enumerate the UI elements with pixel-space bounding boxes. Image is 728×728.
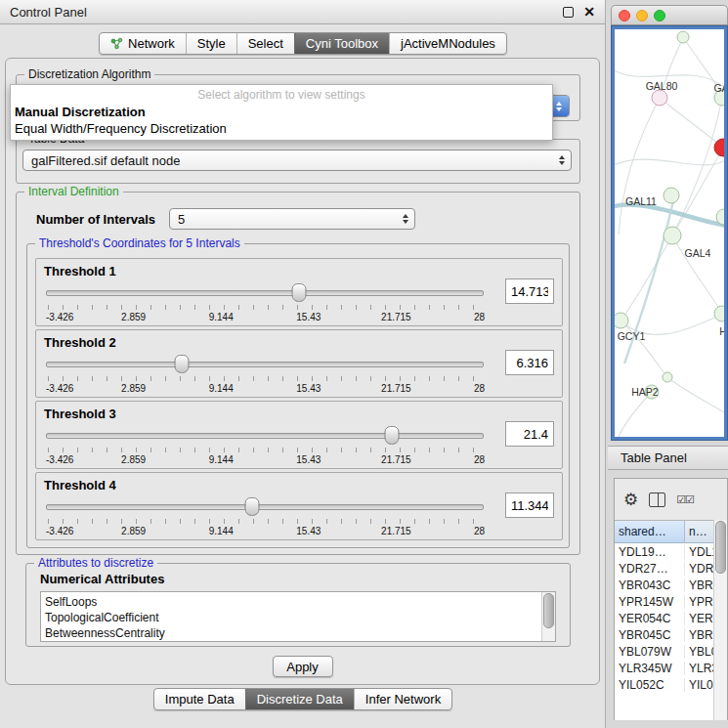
control-panel-titlebar[interactable]: Control Panel ✕ <box>0 0 605 24</box>
scale-label: 21.715 <box>381 312 411 322</box>
scale-label: 2.859 <box>121 526 146 536</box>
columns-glyph <box>649 492 665 507</box>
list-item[interactable]: SelfLoops <box>45 594 539 610</box>
tab-infer-network[interactable]: Infer Network <box>354 689 451 709</box>
slider-thumb[interactable] <box>384 426 399 445</box>
network-canvas[interactable]: GAL80GAGAL11GAL4GCY1HHAP2 <box>615 29 724 437</box>
node-label[interactable]: GAL80 <box>646 80 678 92</box>
threshold-4-slider[interactable]: -3.4262.8599.14415.4321.71528 <box>46 496 484 537</box>
scale-label: 28 <box>474 526 485 536</box>
table-scrollbar[interactable] <box>713 520 727 720</box>
slider-track[interactable] <box>46 433 484 439</box>
dropdown-option-manual-discretization[interactable]: Manual Discretization <box>11 104 552 120</box>
scale-label: 9.144 <box>209 454 234 465</box>
tab-impute-data[interactable]: Impute Data <box>154 689 245 709</box>
slider-track[interactable] <box>46 362 484 367</box>
slider-track[interactable] <box>46 504 484 510</box>
dropdown-option-equal-width-frequency[interactable]: Equal Width/Frequency Discretization <box>11 120 552 137</box>
close-traffic-light-icon[interactable] <box>619 10 630 21</box>
scale-label: -3.426 <box>46 454 73 465</box>
tab-label: Impute Data <box>165 692 235 707</box>
list-scrollbar[interactable] <box>541 592 555 641</box>
node-label[interactable]: HAP2 <box>631 386 658 398</box>
slider-scale: -3.4262.8599.14415.4321.71528 <box>46 383 484 395</box>
network-node[interactable] <box>714 306 724 321</box>
slider-thumb[interactable] <box>174 355 189 373</box>
table-row[interactable]: YLR345W YLR3 <box>615 660 727 676</box>
node-label[interactable]: GA <box>713 82 724 94</box>
tab-select[interactable]: Select <box>236 33 294 54</box>
number-of-intervals-row: Number of Intervals 5 <box>36 208 415 230</box>
minimize-traffic-light-icon[interactable] <box>636 10 648 21</box>
list-item[interactable]: BetweennessCentrality <box>45 625 539 641</box>
threshold-2-value[interactable] <box>505 350 554 375</box>
table-row[interactable]: YDR27… YDR2 <box>615 560 727 577</box>
table-row[interactable]: YDL19… YDL1 <box>615 543 727 560</box>
threshold-3-value[interactable] <box>505 421 554 447</box>
network-node[interactable] <box>615 313 628 328</box>
table-row[interactable]: YBL079W YBL0 <box>615 643 727 660</box>
network-node[interactable] <box>652 90 667 106</box>
dropdown-prompt: Select algorithm to view settings <box>11 85 552 104</box>
threshold-label: Threshold 4 <box>44 478 116 492</box>
table-row[interactable]: YPR145W YPR1 <box>615 593 727 610</box>
thresholds-group: Threshold's Coordinates for 5 Intervals … <box>26 243 570 548</box>
node-label[interactable]: GAL11 <box>625 195 657 207</box>
node-label[interactable]: H <box>719 325 724 337</box>
node-label[interactable]: GAL4 <box>685 247 711 259</box>
num-intervals-combo[interactable]: 5 <box>169 208 415 230</box>
scrollbar-thumb[interactable] <box>715 521 726 574</box>
threshold-3-row: Threshold 3 -3.4262.8599.14415.4321.7152… <box>35 401 563 469</box>
slider-ticks <box>48 448 482 452</box>
close-icon[interactable]: ✕ <box>583 5 595 19</box>
threshold-4-row: Threshold 4 -3.4262.8599.14415.4321.7152… <box>35 472 563 540</box>
scale-label: -3.426 <box>46 383 73 394</box>
cell-shared-name: YIL052C <box>615 678 685 692</box>
select-columns-icon[interactable]: ☑☑ <box>676 494 694 505</box>
slider-thumb[interactable] <box>291 283 306 302</box>
scale-label: 15.43 <box>296 383 321 394</box>
table-row[interactable]: YBR043C YBR0 <box>615 577 727 593</box>
network-node[interactable] <box>663 372 672 382</box>
network-node[interactable] <box>664 188 679 203</box>
table-data-combo[interactable]: galFiltered.sif default node <box>22 150 572 171</box>
threshold-1-slider[interactable]: -3.4262.8599.14415.4321.71528 <box>46 282 484 323</box>
scrollbar-thumb[interactable] <box>543 593 554 628</box>
table-toolbar: ⚙ ☑☑ <box>615 479 727 520</box>
table-row[interactable]: YBR045C YBR0 <box>615 626 727 643</box>
slider-track[interactable] <box>46 290 484 296</box>
tab-label: Select <box>248 36 283 51</box>
list-item[interactable]: TopologicalCoefficient <box>45 610 539 625</box>
network-window-titlebar[interactable] <box>611 5 728 25</box>
number-of-intervals-label: Number of Intervals <box>36 212 155 227</box>
threshold-4-value[interactable] <box>505 492 554 518</box>
slider-thumb[interactable] <box>244 497 259 516</box>
scale-label: 21.715 <box>381 526 411 536</box>
threshold-1-value[interactable] <box>505 278 554 304</box>
scale-label: 21.715 <box>381 454 411 465</box>
table-row[interactable]: YER054C YER0 <box>615 610 727 626</box>
node-label[interactable]: GCY1 <box>618 330 646 342</box>
apply-button[interactable]: Apply <box>273 656 333 677</box>
table-row[interactable]: YIL052C YIL0 <box>615 676 727 693</box>
tab-jactivemnodules[interactable]: jActiveMNodules <box>389 33 506 54</box>
tab-discretize-data[interactable]: Discretize Data <box>245 689 354 709</box>
tab-network[interactable]: Network <box>100 33 186 54</box>
columns-icon[interactable] <box>649 492 665 507</box>
column-header-shared-name[interactable]: shared… <box>615 521 685 542</box>
gear-icon[interactable]: ⚙ <box>623 492 638 508</box>
threshold-2-slider[interactable]: -3.4262.8599.14415.4321.71528 <box>46 354 484 395</box>
table-body[interactable]: YDL19… YDL1 YDR27… YDR2 YBR043C YBR0 <box>615 543 727 720</box>
minimize-icon[interactable] <box>563 7 574 18</box>
group-title: Attributes to discretize <box>34 556 157 570</box>
scale-label: 9.144 <box>209 312 234 322</box>
zoom-traffic-light-icon[interactable] <box>654 10 665 21</box>
threshold-3-slider[interactable]: -3.4262.8599.14415.4321.71528 <box>46 425 484 466</box>
numerical-attributes-list[interactable]: SelfLoopsTopologicalCoefficientBetweenne… <box>40 591 556 642</box>
network-node[interactable] <box>664 227 681 244</box>
network-node[interactable] <box>677 31 689 43</box>
tab-cyni-toolbox[interactable]: Cyni Toolbox <box>294 33 389 54</box>
tab-style[interactable]: Style <box>186 33 236 54</box>
network-window: GAL80GAGAL11GAL4GCY1HHAP2 <box>611 5 728 441</box>
table-panel-bar[interactable]: Table Panel <box>608 446 728 470</box>
